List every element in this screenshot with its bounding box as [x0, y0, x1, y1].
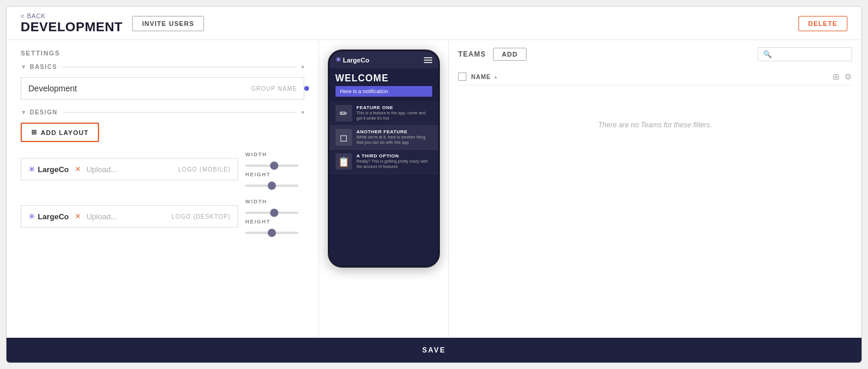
add-team-button[interactable]: ADD: [493, 48, 527, 61]
app-nav: ✳ LargeCo: [330, 51, 438, 68]
app-feature-1: ✏ FEATURE ONE This is a feature in the a…: [330, 101, 438, 126]
app-brand: ✳ LargeCo: [336, 56, 370, 64]
logo-mobile-remove-icon[interactable]: ✕: [75, 165, 81, 173]
mobile-height-slider-set: HEIGHT: [245, 172, 304, 189]
feature-2-icon: ◻: [336, 129, 352, 146]
add-layout-button[interactable]: ⊞ ADD LAYOUT: [21, 123, 99, 142]
logo-mobile-brand-text: LargeCo: [38, 165, 69, 174]
teams-search-input[interactable]: [774, 50, 851, 58]
no-teams-message: There are no Teams for these filters.: [458, 121, 852, 129]
header-left: < BACK DEVELOPMENT: [21, 12, 123, 35]
teams-search-box[interactable]: 🔍: [758, 47, 852, 61]
logo-mobile-sliders: WIDTH HEIGHT: [245, 151, 304, 192]
teams-title: TEAMS: [458, 50, 486, 58]
mobile-height-slider[interactable]: [245, 185, 298, 187]
logo-mobile-field: ✳ LargeCo ✕ Upload... LOGO (MOBILE): [21, 158, 238, 180]
select-all-checkbox[interactable]: [458, 73, 466, 81]
teams-action-icons: ⊞ ⚙: [833, 72, 852, 81]
logo-mobile-upload-text[interactable]: Upload...: [87, 165, 117, 174]
basics-label: ▼ BASICS: [21, 64, 57, 70]
feature-1-desc: This is a feature in the app, come and g…: [357, 110, 432, 121]
settings-panel: SETTINGS ▼ BASICS ▾ GROUP NAME ▼ DESIG: [6, 40, 319, 338]
preview-area: ✳ LargeCo WELCOME Here is a notification: [319, 40, 449, 338]
header: < BACK DEVELOPMENT INVITE USERS DELETE: [6, 6, 862, 40]
logo-desktop-field: ✳ LargeCo ✕ Upload... LOGO (DESKTOP): [21, 205, 238, 228]
app-feature-3: 📋 A THIRD OPTION Really? This is getting…: [330, 150, 438, 174]
desktop-height-slider[interactable]: [245, 232, 298, 234]
logo-mobile-row: ✳ LargeCo ✕ Upload... LOGO (MOBILE) WIDT…: [21, 151, 304, 192]
app-brand-icon: ✳: [336, 56, 341, 64]
invite-users-button[interactable]: INVITE USERS: [132, 16, 204, 31]
logo-desktop-label: LOGO (DESKTOP): [172, 213, 231, 220]
feature-2-content: ANOTHER FEATURE While we're at it, here …: [357, 129, 432, 145]
feature-3-desc: Really? This is getting pretty crazy wit…: [357, 159, 432, 169]
search-icon: 🔍: [763, 50, 772, 58]
basics-section-header[interactable]: ▼ BASICS ▾: [21, 64, 304, 70]
desktop-width-label: WIDTH: [245, 199, 304, 205]
logo-desktop-sliders: WIDTH HEIGHT: [245, 199, 304, 239]
app-window: < BACK DEVELOPMENT INVITE USERS DELETE S…: [6, 6, 862, 363]
mobile-height-label: HEIGHT: [245, 172, 304, 177]
settings-title: SETTINGS: [21, 50, 304, 57]
design-toggle-icon: ▾: [301, 109, 304, 116]
teams-header: TEAMS ADD 🔍: [458, 47, 852, 61]
basics-divider: [62, 67, 297, 67]
app-brand-name: LargeCo: [343, 57, 370, 64]
logo-mobile-input-wrap: ✳ LargeCo ✕ Upload... LOGO (MOBILE): [21, 158, 238, 185]
design-section-header[interactable]: ▼ DESIGN ▾: [21, 109, 304, 116]
feature-3-title: A THIRD OPTION: [357, 153, 432, 159]
desktop-height-slider-set: HEIGHT: [245, 219, 304, 236]
back-link[interactable]: < BACK: [21, 12, 123, 19]
settings-icon[interactable]: ⚙: [844, 72, 852, 81]
name-sort-icon[interactable]: ▲: [493, 74, 498, 80]
mobile-width-slider[interactable]: [245, 164, 298, 167]
app-notification-bar: Here is a notification: [336, 86, 432, 97]
basics-arrow: ▼: [21, 64, 27, 70]
feature-3-content: A THIRD OPTION Really? This is getting p…: [357, 153, 432, 169]
mobile-width-label: WIDTH: [245, 151, 304, 157]
logo-desktop-upload-text[interactable]: Upload...: [87, 212, 117, 221]
page-title: DEVELOPMENT: [21, 19, 123, 35]
save-bar[interactable]: SAVE: [6, 338, 862, 363]
design-divider: [63, 112, 297, 113]
teams-table-header: NAME ▲ ⊞ ⚙: [458, 68, 852, 85]
feature-1-icon: ✏: [336, 105, 352, 121]
app-welcome-section: WELCOME Here is a notification: [330, 68, 438, 101]
mobile-width-slider-set: WIDTH: [245, 151, 304, 169]
logo-desktop-row: ✳ LargeCo ✕ Upload... LOGO (DESKTOP) WID…: [21, 199, 304, 239]
logo-mobile-label: LOGO (MOBILE): [178, 166, 231, 173]
design-label: ▼ DESIGN: [21, 109, 58, 116]
logo-desktop-input-wrap: ✳ LargeCo ✕ Upload... LOGO (DESKTOP): [21, 205, 238, 232]
hamburger-icon: [424, 57, 432, 63]
app-feature-2: ◻ ANOTHER FEATURE While we're at it, her…: [330, 126, 438, 150]
group-name-label: GROUP NAME: [251, 85, 297, 92]
add-layout-icon: ⊞: [31, 129, 37, 136]
save-bar-label: SAVE: [422, 346, 446, 354]
filter-icon[interactable]: ⊞: [833, 72, 840, 81]
basics-toggle-icon: ▾: [301, 64, 304, 70]
group-name-row: GROUP NAME: [21, 77, 304, 100]
logo-desktop-brand-text: LargeCo: [38, 212, 69, 221]
delete-button[interactable]: DELETE: [798, 16, 847, 31]
design-arrow: ▼: [21, 109, 27, 116]
field-modified-dot: [304, 86, 309, 91]
logo-mobile-brand-icon: ✳: [28, 164, 35, 174]
feature-1-title: FEATURE ONE: [357, 105, 432, 110]
teams-name-column-header: NAME ▲: [471, 74, 828, 80]
app-welcome-title: WELCOME: [336, 73, 432, 84]
desktop-width-slider[interactable]: [245, 212, 298, 214]
phone-screen: ✳ LargeCo WELCOME Here is a notification: [330, 51, 438, 266]
main-content: SETTINGS ▼ BASICS ▾ GROUP NAME ▼ DESIG: [6, 40, 862, 338]
logo-desktop-brand-icon: ✳: [28, 212, 35, 221]
phone-frame: ✳ LargeCo WELCOME Here is a notification: [328, 50, 440, 268]
teams-panel: TEAMS ADD 🔍 NAME ▲ ⊞ ⚙ The: [449, 40, 862, 338]
feature-2-desc: While we're at it, here is another thing…: [357, 134, 432, 145]
feature-1-content: FEATURE ONE This is a feature in the app…: [357, 105, 432, 121]
logo-desktop-remove-icon[interactable]: ✕: [75, 212, 81, 220]
add-layout-label: ADD LAYOUT: [41, 129, 88, 136]
feature-3-icon: 📋: [336, 153, 352, 170]
desktop-width-slider-set: WIDTH: [245, 199, 304, 216]
desktop-height-label: HEIGHT: [245, 219, 304, 225]
feature-2-title: ANOTHER FEATURE: [357, 129, 432, 134]
